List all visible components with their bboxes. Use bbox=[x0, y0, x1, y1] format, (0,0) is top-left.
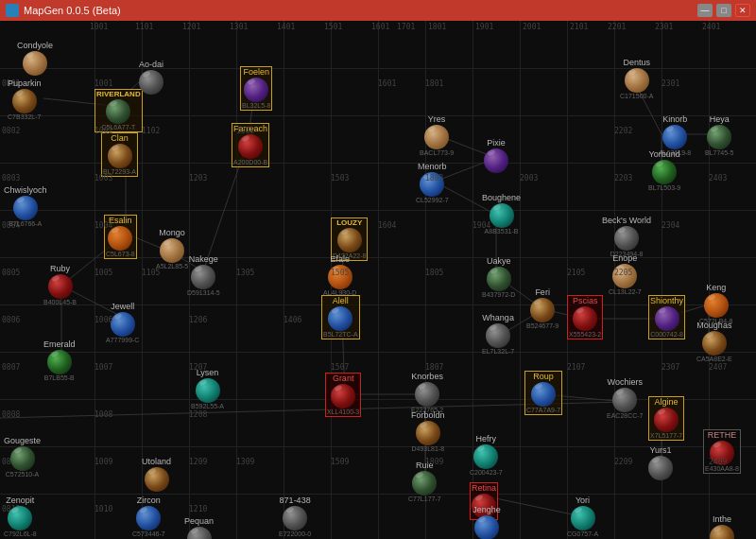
system-code: C77L177-7 bbox=[408, 496, 441, 502]
system-ao-dai[interactable]: Ao-dai bbox=[139, 61, 163, 95]
system-nakege[interactable]: Nakege D591314-5 bbox=[187, 255, 220, 296]
coord-label: 2105 bbox=[567, 269, 585, 277]
system-code: B7LB55-B bbox=[44, 374, 75, 381]
coord-label: 1807 bbox=[425, 363, 443, 372]
system-ruby[interactable]: Ruby B400L45-B bbox=[43, 265, 77, 305]
system-name: Chwislyoch bbox=[4, 186, 47, 196]
system-algine[interactable]: Algine X7L5177-7 bbox=[648, 396, 684, 441]
coord-label: 0808 bbox=[2, 410, 20, 419]
system-code: C171500-A bbox=[620, 93, 653, 99]
planet-icon bbox=[571, 506, 595, 530]
planet-icon bbox=[244, 78, 268, 102]
system-keng[interactable]: Keng C572LB4-8 bbox=[699, 284, 732, 324]
system-code: BL7L503-9 bbox=[648, 184, 680, 191]
coord-label: 2209 bbox=[614, 458, 632, 466]
system-name: Condyole bbox=[17, 42, 53, 51]
system-foelen[interactable]: Foelen BL32L5-8 bbox=[240, 66, 272, 111]
system-lysen[interactable]: Lysen B592L55-A bbox=[191, 369, 224, 409]
system-code: CL13L22-7 bbox=[609, 288, 642, 295]
system-yres[interactable]: Yres BACL773-9 bbox=[420, 115, 454, 156]
planet-icon bbox=[238, 134, 263, 159]
planet-icon bbox=[139, 70, 163, 95]
planet-icon bbox=[415, 382, 439, 407]
planet-icon bbox=[48, 274, 73, 299]
planet-icon bbox=[12, 89, 37, 113]
system-emerald[interactable]: Emerald B7LB55-B bbox=[43, 340, 76, 381]
system-forboldn[interactable]: Forboldn D493L81-8 bbox=[411, 411, 445, 452]
coord-label: 1301 bbox=[230, 23, 248, 31]
system-yorbund[interactable]: Yorbund BL7L503-9 bbox=[648, 150, 680, 191]
planet-icon bbox=[412, 471, 437, 496]
system-dentus[interactable]: Dentus C171500-A bbox=[620, 59, 653, 99]
grid-line bbox=[0, 494, 756, 495]
system-code: C200423-7 bbox=[470, 469, 503, 476]
system-jenghe[interactable]: Jenghe A72229S-C bbox=[470, 506, 504, 539]
system-shionthy[interactable]: Shionthy C000742-8 bbox=[648, 295, 685, 339]
system-uakye[interactable]: Uakye B437972-D bbox=[482, 257, 515, 298]
planet-icon bbox=[474, 515, 499, 539]
coord-label: 1507 bbox=[331, 363, 349, 372]
system-code: X555423-2 bbox=[569, 331, 601, 338]
planet-icon bbox=[416, 421, 440, 445]
coord-label: 1002 bbox=[94, 127, 112, 135]
system-code: CG0757-A bbox=[567, 530, 598, 537]
system-yori[interactable]: Yori CG0757-A bbox=[567, 496, 598, 537]
system-riverland[interactable]: RIVERLAND C5L6A77-T bbox=[94, 89, 143, 132]
system-grant[interactable]: Grant XLL4100-3 bbox=[325, 373, 361, 417]
system-feri[interactable]: Feri B524677-9 bbox=[526, 288, 558, 329]
coord-label: 1206 bbox=[189, 316, 207, 324]
system-code: B437972-D bbox=[482, 291, 515, 298]
system-moughas[interactable]: Moughas CA5A8E2-E bbox=[696, 322, 732, 362]
coord-label: 1006 bbox=[94, 316, 112, 324]
system-pixie[interactable]: Pixie bbox=[484, 139, 508, 173]
system-pscias[interactable]: Pscias X555423-2 bbox=[567, 295, 603, 339]
system-yurs1[interactable]: Yurs1 bbox=[648, 446, 673, 480]
system-871-438[interactable]: 871-438 E722000-0 bbox=[279, 496, 311, 537]
system-gougeste[interactable]: Gougeste C572510-A bbox=[4, 437, 41, 478]
map-area[interactable]: 1001 1101 1201 1301 1401 1501 1601 1701 … bbox=[0, 21, 756, 539]
system-puparkin[interactable]: Puparkin C7B332L-7 bbox=[8, 79, 42, 120]
maximize-button[interactable]: □ bbox=[716, 4, 731, 17]
system-zenopit[interactable]: Zenopit C792L6L-8 bbox=[4, 496, 37, 537]
system-wochiers[interactable]: Wochiers EAC28CC-7 bbox=[607, 378, 644, 419]
system-inthe[interactable]: Inthe bbox=[710, 515, 734, 539]
system-becks-world[interactable]: Beck's World D223494-8 bbox=[602, 217, 651, 257]
titlebar-title: MapGen 0.0.5 (Beta) bbox=[6, 4, 121, 17]
system-name: Pixie bbox=[487, 139, 506, 148]
system-utoland[interactable]: Utoland bbox=[142, 458, 171, 492]
system-whanga[interactable]: Whanga EL7L32L-7 bbox=[482, 314, 514, 355]
planet-icon bbox=[283, 506, 307, 530]
planet-icon bbox=[648, 456, 673, 480]
system-name: Nakege bbox=[189, 255, 218, 265]
system-menorb[interactable]: Menorb CL52992-7 bbox=[416, 163, 449, 203]
system-code: BL7745-5 bbox=[705, 149, 733, 156]
system-mongo[interactable]: Mongo A5L2L85-5 bbox=[156, 229, 188, 270]
system-heya[interactable]: Heya BL7745-5 bbox=[705, 115, 733, 156]
system-alell[interactable]: Alell B5L72TC-A bbox=[321, 295, 360, 339]
system-condyole[interactable]: Condyole bbox=[17, 42, 53, 76]
system-hefry[interactable]: Hefry C200423-7 bbox=[470, 435, 503, 476]
planet-icon bbox=[196, 378, 220, 403]
system-rethe[interactable]: RETHE E430AA8-8 bbox=[703, 429, 741, 474]
grid-line bbox=[0, 352, 756, 353]
system-pequan[interactable]: Pequan bbox=[184, 517, 214, 539]
coord-label: 0803 bbox=[2, 174, 20, 183]
system-rule[interactable]: Rule C77L177-7 bbox=[408, 461, 441, 502]
system-name: RETHE bbox=[708, 431, 737, 441]
planet-icon bbox=[531, 382, 556, 407]
coord-label: 2203 bbox=[614, 174, 632, 183]
system-code: CL52992-7 bbox=[416, 197, 449, 203]
close-button[interactable]: ✕ bbox=[735, 4, 750, 17]
coord-label: 1401 bbox=[277, 23, 295, 31]
planet-icon bbox=[160, 238, 184, 263]
system-roup[interactable]: Roup C77A7A9-7 bbox=[524, 371, 562, 415]
system-zircon[interactable]: Zircon C573446-7 bbox=[132, 496, 165, 537]
coord-label: 1102 bbox=[142, 127, 160, 135]
system-clan[interactable]: Clan BL72293-A bbox=[101, 132, 138, 177]
planet-icon bbox=[23, 51, 47, 76]
system-knorbes[interactable]: Knorbes E222765-2 bbox=[411, 373, 443, 413]
system-name: Clan bbox=[111, 134, 129, 144]
system-chwislyoch[interactable]: Chwislyoch B7L6766-A bbox=[4, 186, 47, 227]
minimize-button[interactable]: — bbox=[697, 4, 713, 17]
grid-line bbox=[567, 21, 568, 539]
